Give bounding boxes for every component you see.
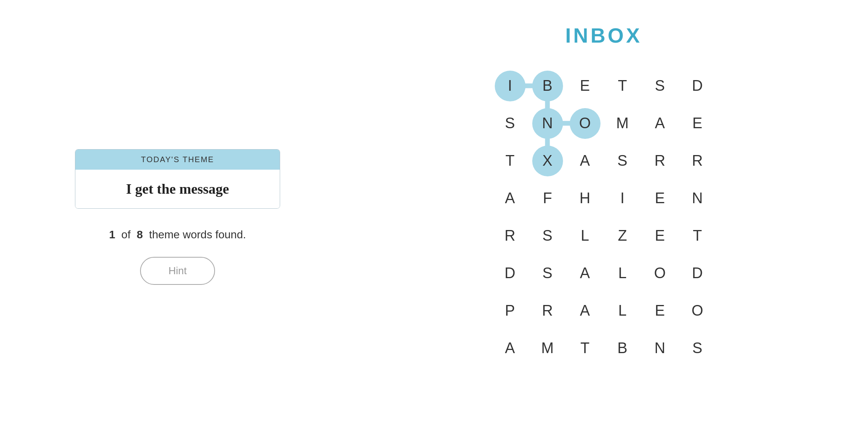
grid-cell[interactable]: N <box>641 329 679 367</box>
hint-button[interactable]: Hint <box>140 257 215 285</box>
grid-cell[interactable]: I <box>604 180 641 217</box>
word-grid: IBETSDSNOMAETXASRRAFHIENRSLZETDSALODPRAL… <box>491 67 716 367</box>
progress-label: theme words found. <box>149 228 246 241</box>
grid-cell[interactable]: L <box>604 254 641 292</box>
grid-cell[interactable]: H <box>566 180 604 217</box>
grid-cell[interactable]: N <box>679 180 716 217</box>
grid-cell[interactable]: R <box>491 217 529 254</box>
grid-cell[interactable]: S <box>529 217 566 254</box>
grid-cell[interactable]: A <box>641 105 679 142</box>
grid-cell[interactable]: N <box>532 108 563 139</box>
grid-cell[interactable]: R <box>679 142 716 180</box>
grid-cell[interactable]: T <box>604 67 641 105</box>
theme-body: I get the message <box>75 170 280 208</box>
progress-text: 1 of 8 theme words found. <box>109 228 246 241</box>
found-count: 1 <box>109 228 115 241</box>
grid-cell[interactable]: R <box>529 292 566 329</box>
grid-cell[interactable]: D <box>679 67 716 105</box>
grid-cell[interactable]: L <box>604 292 641 329</box>
grid-cell[interactable]: A <box>566 254 604 292</box>
grid-cell[interactable]: E <box>641 217 679 254</box>
theme-box: TODAY'S THEME I get the message <box>75 149 280 209</box>
grid-cell[interactable]: S <box>529 254 566 292</box>
grid-cell[interactable]: R <box>641 142 679 180</box>
grid-cell[interactable]: B <box>532 71 563 101</box>
grid-cell[interactable]: S <box>641 67 679 105</box>
puzzle-title: INBOX <box>565 24 642 47</box>
grid-cell[interactable]: T <box>491 142 529 180</box>
grid-cell[interactable]: E <box>641 292 679 329</box>
grid-cell[interactable]: Z <box>604 217 641 254</box>
grid-cell[interactable]: O <box>679 292 716 329</box>
grid-cell[interactable]: T <box>679 217 716 254</box>
grid-cell[interactable]: S <box>604 142 641 180</box>
right-panel: INBOX IBETSDSNOMAETXASRRAFHIENRSLZETDSAL… <box>355 0 868 434</box>
theme-title: I get the message <box>87 181 268 197</box>
grid-cell[interactable]: A <box>566 292 604 329</box>
grid-cell[interactable]: S <box>679 329 716 367</box>
grid-cell[interactable]: A <box>566 142 604 180</box>
grid-cell[interactable]: P <box>491 292 529 329</box>
grid-cell[interactable]: O <box>570 108 600 139</box>
grid-cell[interactable]: T <box>566 329 604 367</box>
grid-cell[interactable]: D <box>491 254 529 292</box>
grid-cell[interactable]: D <box>679 254 716 292</box>
grid-cell[interactable]: A <box>491 329 529 367</box>
grid-cell[interactable]: I <box>495 71 526 101</box>
left-panel: TODAY'S THEME I get the message 1 of 8 t… <box>0 0 355 434</box>
grid-cell[interactable]: E <box>679 105 716 142</box>
theme-header: TODAY'S THEME <box>75 150 280 170</box>
grid-cell[interactable]: X <box>532 146 563 176</box>
grid-cell[interactable]: A <box>491 180 529 217</box>
grid-cell[interactable]: E <box>566 67 604 105</box>
grid-cell[interactable]: M <box>529 329 566 367</box>
grid-cell[interactable]: S <box>491 105 529 142</box>
grid-cell[interactable]: L <box>566 217 604 254</box>
total-count: 8 <box>137 228 143 241</box>
grid-cell[interactable]: O <box>641 254 679 292</box>
grid-cell[interactable]: B <box>604 329 641 367</box>
grid-cell[interactable]: F <box>529 180 566 217</box>
grid-cell[interactable]: E <box>641 180 679 217</box>
grid-cell[interactable]: M <box>604 105 641 142</box>
